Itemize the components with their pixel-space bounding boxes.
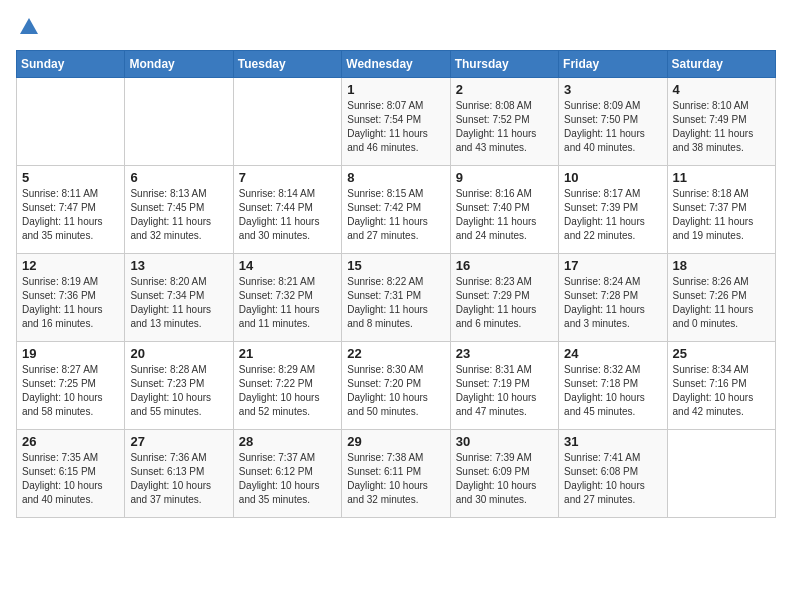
- day-number: 8: [347, 170, 444, 185]
- cell-text: Sunrise: 8:34 AM Sunset: 7:16 PM Dayligh…: [673, 363, 770, 419]
- calendar-cell: 2Sunrise: 8:08 AM Sunset: 7:52 PM Daylig…: [450, 78, 558, 166]
- calendar-cell: 14Sunrise: 8:21 AM Sunset: 7:32 PM Dayli…: [233, 254, 341, 342]
- calendar-cell: 15Sunrise: 8:22 AM Sunset: 7:31 PM Dayli…: [342, 254, 450, 342]
- cell-text: Sunrise: 8:17 AM Sunset: 7:39 PM Dayligh…: [564, 187, 661, 243]
- weekday-header-sunday: Sunday: [17, 51, 125, 78]
- cell-text: Sunrise: 7:37 AM Sunset: 6:12 PM Dayligh…: [239, 451, 336, 507]
- weekday-header-saturday: Saturday: [667, 51, 775, 78]
- calendar-cell: 9Sunrise: 8:16 AM Sunset: 7:40 PM Daylig…: [450, 166, 558, 254]
- cell-text: Sunrise: 8:13 AM Sunset: 7:45 PM Dayligh…: [130, 187, 227, 243]
- day-number: 16: [456, 258, 553, 273]
- cell-text: Sunrise: 8:32 AM Sunset: 7:18 PM Dayligh…: [564, 363, 661, 419]
- logo: [16, 16, 40, 38]
- day-number: 24: [564, 346, 661, 361]
- calendar-cell: 12Sunrise: 8:19 AM Sunset: 7:36 PM Dayli…: [17, 254, 125, 342]
- calendar-cell: 11Sunrise: 8:18 AM Sunset: 7:37 PM Dayli…: [667, 166, 775, 254]
- calendar-cell: 17Sunrise: 8:24 AM Sunset: 7:28 PM Dayli…: [559, 254, 667, 342]
- calendar-cell: 23Sunrise: 8:31 AM Sunset: 7:19 PM Dayli…: [450, 342, 558, 430]
- cell-text: Sunrise: 8:21 AM Sunset: 7:32 PM Dayligh…: [239, 275, 336, 331]
- day-number: 3: [564, 82, 661, 97]
- day-number: 27: [130, 434, 227, 449]
- day-number: 18: [673, 258, 770, 273]
- cell-text: Sunrise: 8:22 AM Sunset: 7:31 PM Dayligh…: [347, 275, 444, 331]
- day-number: 25: [673, 346, 770, 361]
- calendar-cell: 16Sunrise: 8:23 AM Sunset: 7:29 PM Dayli…: [450, 254, 558, 342]
- day-number: 6: [130, 170, 227, 185]
- calendar-cell: 18Sunrise: 8:26 AM Sunset: 7:26 PM Dayli…: [667, 254, 775, 342]
- calendar-cell: 7Sunrise: 8:14 AM Sunset: 7:44 PM Daylig…: [233, 166, 341, 254]
- cell-text: Sunrise: 8:27 AM Sunset: 7:25 PM Dayligh…: [22, 363, 119, 419]
- cell-text: Sunrise: 8:11 AM Sunset: 7:47 PM Dayligh…: [22, 187, 119, 243]
- calendar-cell: 5Sunrise: 8:11 AM Sunset: 7:47 PM Daylig…: [17, 166, 125, 254]
- calendar-cell: [667, 430, 775, 518]
- calendar-cell: 24Sunrise: 8:32 AM Sunset: 7:18 PM Dayli…: [559, 342, 667, 430]
- day-number: 21: [239, 346, 336, 361]
- cell-text: Sunrise: 8:15 AM Sunset: 7:42 PM Dayligh…: [347, 187, 444, 243]
- calendar-cell: 3Sunrise: 8:09 AM Sunset: 7:50 PM Daylig…: [559, 78, 667, 166]
- calendar-cell: 8Sunrise: 8:15 AM Sunset: 7:42 PM Daylig…: [342, 166, 450, 254]
- weekday-header-wednesday: Wednesday: [342, 51, 450, 78]
- calendar-cell: 25Sunrise: 8:34 AM Sunset: 7:16 PM Dayli…: [667, 342, 775, 430]
- day-number: 12: [22, 258, 119, 273]
- calendar-cell: 20Sunrise: 8:28 AM Sunset: 7:23 PM Dayli…: [125, 342, 233, 430]
- cell-text: Sunrise: 7:38 AM Sunset: 6:11 PM Dayligh…: [347, 451, 444, 507]
- calendar-cell: 31Sunrise: 7:41 AM Sunset: 6:08 PM Dayli…: [559, 430, 667, 518]
- day-number: 26: [22, 434, 119, 449]
- cell-text: Sunrise: 7:36 AM Sunset: 6:13 PM Dayligh…: [130, 451, 227, 507]
- day-number: 22: [347, 346, 444, 361]
- calendar-cell: 6Sunrise: 8:13 AM Sunset: 7:45 PM Daylig…: [125, 166, 233, 254]
- cell-text: Sunrise: 7:35 AM Sunset: 6:15 PM Dayligh…: [22, 451, 119, 507]
- day-number: 29: [347, 434, 444, 449]
- day-number: 23: [456, 346, 553, 361]
- calendar-cell: 28Sunrise: 7:37 AM Sunset: 6:12 PM Dayli…: [233, 430, 341, 518]
- cell-text: Sunrise: 8:19 AM Sunset: 7:36 PM Dayligh…: [22, 275, 119, 331]
- weekday-header-friday: Friday: [559, 51, 667, 78]
- calendar-cell: 10Sunrise: 8:17 AM Sunset: 7:39 PM Dayli…: [559, 166, 667, 254]
- calendar-cell: 19Sunrise: 8:27 AM Sunset: 7:25 PM Dayli…: [17, 342, 125, 430]
- calendar-cell: 27Sunrise: 7:36 AM Sunset: 6:13 PM Dayli…: [125, 430, 233, 518]
- cell-text: Sunrise: 8:31 AM Sunset: 7:19 PM Dayligh…: [456, 363, 553, 419]
- day-number: 9: [456, 170, 553, 185]
- cell-text: Sunrise: 8:29 AM Sunset: 7:22 PM Dayligh…: [239, 363, 336, 419]
- weekday-header-tuesday: Tuesday: [233, 51, 341, 78]
- cell-text: Sunrise: 8:14 AM Sunset: 7:44 PM Dayligh…: [239, 187, 336, 243]
- cell-text: Sunrise: 8:28 AM Sunset: 7:23 PM Dayligh…: [130, 363, 227, 419]
- calendar-cell: 29Sunrise: 7:38 AM Sunset: 6:11 PM Dayli…: [342, 430, 450, 518]
- day-number: 5: [22, 170, 119, 185]
- calendar-cell: [233, 78, 341, 166]
- calendar-table: SundayMondayTuesdayWednesdayThursdayFrid…: [16, 50, 776, 518]
- calendar-cell: [17, 78, 125, 166]
- cell-text: Sunrise: 8:10 AM Sunset: 7:49 PM Dayligh…: [673, 99, 770, 155]
- cell-text: Sunrise: 8:24 AM Sunset: 7:28 PM Dayligh…: [564, 275, 661, 331]
- day-number: 30: [456, 434, 553, 449]
- calendar-cell: 13Sunrise: 8:20 AM Sunset: 7:34 PM Dayli…: [125, 254, 233, 342]
- day-number: 31: [564, 434, 661, 449]
- day-number: 19: [22, 346, 119, 361]
- cell-text: Sunrise: 8:30 AM Sunset: 7:20 PM Dayligh…: [347, 363, 444, 419]
- calendar-cell: [125, 78, 233, 166]
- page-header: [16, 16, 776, 38]
- calendar-cell: 26Sunrise: 7:35 AM Sunset: 6:15 PM Dayli…: [17, 430, 125, 518]
- day-number: 4: [673, 82, 770, 97]
- cell-text: Sunrise: 7:41 AM Sunset: 6:08 PM Dayligh…: [564, 451, 661, 507]
- day-number: 28: [239, 434, 336, 449]
- cell-text: Sunrise: 8:23 AM Sunset: 7:29 PM Dayligh…: [456, 275, 553, 331]
- day-number: 13: [130, 258, 227, 273]
- cell-text: Sunrise: 8:08 AM Sunset: 7:52 PM Dayligh…: [456, 99, 553, 155]
- cell-text: Sunrise: 8:07 AM Sunset: 7:54 PM Dayligh…: [347, 99, 444, 155]
- cell-text: Sunrise: 8:16 AM Sunset: 7:40 PM Dayligh…: [456, 187, 553, 243]
- weekday-header-thursday: Thursday: [450, 51, 558, 78]
- calendar-cell: 30Sunrise: 7:39 AM Sunset: 6:09 PM Dayli…: [450, 430, 558, 518]
- calendar-cell: 4Sunrise: 8:10 AM Sunset: 7:49 PM Daylig…: [667, 78, 775, 166]
- cell-text: Sunrise: 8:09 AM Sunset: 7:50 PM Dayligh…: [564, 99, 661, 155]
- calendar-cell: 21Sunrise: 8:29 AM Sunset: 7:22 PM Dayli…: [233, 342, 341, 430]
- cell-text: Sunrise: 7:39 AM Sunset: 6:09 PM Dayligh…: [456, 451, 553, 507]
- cell-text: Sunrise: 8:26 AM Sunset: 7:26 PM Dayligh…: [673, 275, 770, 331]
- day-number: 7: [239, 170, 336, 185]
- calendar-cell: 1Sunrise: 8:07 AM Sunset: 7:54 PM Daylig…: [342, 78, 450, 166]
- day-number: 14: [239, 258, 336, 273]
- day-number: 15: [347, 258, 444, 273]
- day-number: 11: [673, 170, 770, 185]
- svg-marker-0: [20, 18, 38, 34]
- day-number: 20: [130, 346, 227, 361]
